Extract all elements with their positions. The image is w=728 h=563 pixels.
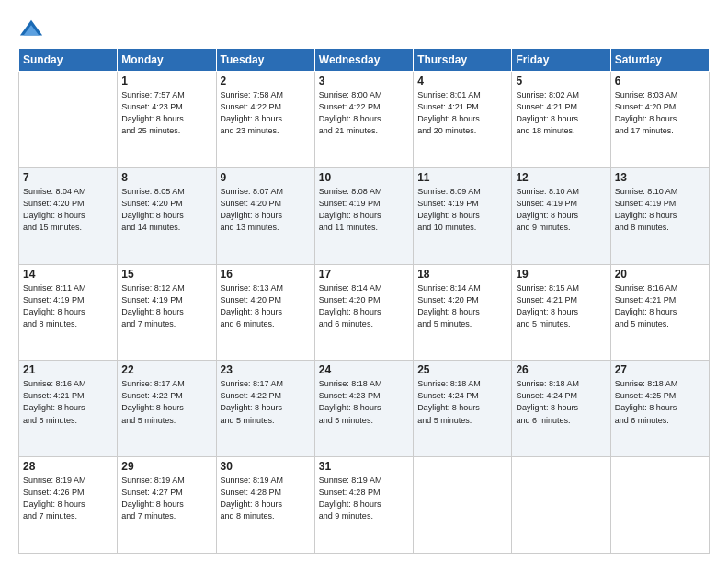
day-cell: 17Sunrise: 8:14 AMSunset: 4:20 PMDayligh… xyxy=(314,264,413,361)
day-number: 3 xyxy=(319,75,409,87)
day-number: 14 xyxy=(23,268,113,281)
day-cell: 5Sunrise: 8:02 AMSunset: 4:21 PMDaylight… xyxy=(512,72,610,168)
day-info: Sunrise: 8:17 AMSunset: 4:22 PMDaylight:… xyxy=(121,378,211,426)
day-info: Sunrise: 8:11 AMSunset: 4:19 PMDaylight:… xyxy=(23,282,113,330)
day-number: 1 xyxy=(121,75,211,87)
calendar-table: SundayMondayTuesdayWednesdayThursdayFrid… xyxy=(18,48,710,554)
day-number: 12 xyxy=(516,171,606,184)
day-cell: 27Sunrise: 8:18 AMSunset: 4:25 PMDayligh… xyxy=(610,361,709,457)
day-cell: 23Sunrise: 8:17 AMSunset: 4:22 PMDayligh… xyxy=(216,361,314,457)
day-cell: 15Sunrise: 8:12 AMSunset: 4:19 PMDayligh… xyxy=(118,264,216,361)
week-row-1: 1Sunrise: 7:57 AMSunset: 4:23 PMDaylight… xyxy=(19,72,710,168)
day-info: Sunrise: 8:18 AMSunset: 4:24 PMDaylight:… xyxy=(516,378,606,426)
day-number: 21 xyxy=(23,363,113,376)
weekday-thursday: Thursday xyxy=(414,49,512,72)
day-number: 28 xyxy=(23,460,113,473)
day-cell: 30Sunrise: 8:19 AMSunset: 4:28 PMDayligh… xyxy=(216,457,314,554)
day-number: 23 xyxy=(221,363,311,376)
day-number: 30 xyxy=(221,460,311,473)
day-number: 11 xyxy=(417,171,507,184)
day-info: Sunrise: 7:57 AMSunset: 4:23 PMDaylight:… xyxy=(121,89,211,137)
day-number: 19 xyxy=(516,268,606,281)
day-info: Sunrise: 8:19 AMSunset: 4:28 PMDaylight:… xyxy=(221,475,311,523)
day-number: 29 xyxy=(121,460,211,473)
week-row-3: 14Sunrise: 8:11 AMSunset: 4:19 PMDayligh… xyxy=(19,264,710,361)
day-cell: 6Sunrise: 8:03 AMSunset: 4:20 PMDaylight… xyxy=(610,72,709,168)
day-info: Sunrise: 8:16 AMSunset: 4:21 PMDaylight:… xyxy=(23,378,113,426)
day-cell: 9Sunrise: 8:07 AMSunset: 4:20 PMDaylight… xyxy=(216,167,314,264)
day-cell: 3Sunrise: 8:00 AMSunset: 4:22 PMDaylight… xyxy=(314,72,413,168)
day-number: 2 xyxy=(221,75,311,87)
day-cell: 8Sunrise: 8:05 AMSunset: 4:20 PMDaylight… xyxy=(118,167,216,264)
day-info: Sunrise: 8:19 AMSunset: 4:27 PMDaylight:… xyxy=(121,475,211,523)
day-number: 10 xyxy=(319,171,409,184)
day-cell xyxy=(610,457,709,554)
day-info: Sunrise: 8:03 AMSunset: 4:20 PMDaylight:… xyxy=(615,89,705,137)
week-row-5: 28Sunrise: 8:19 AMSunset: 4:26 PMDayligh… xyxy=(19,457,710,554)
day-cell: 28Sunrise: 8:19 AMSunset: 4:26 PMDayligh… xyxy=(19,457,118,554)
logo-icon xyxy=(18,17,44,42)
day-cell xyxy=(19,72,118,168)
day-info: Sunrise: 8:18 AMSunset: 4:25 PMDaylight:… xyxy=(615,378,705,426)
day-info: Sunrise: 8:18 AMSunset: 4:24 PMDaylight:… xyxy=(417,378,507,426)
day-info: Sunrise: 8:14 AMSunset: 4:20 PMDaylight:… xyxy=(417,282,507,330)
day-cell: 10Sunrise: 8:08 AMSunset: 4:19 PMDayligh… xyxy=(314,167,413,264)
weekday-wednesday: Wednesday xyxy=(314,49,413,72)
week-row-2: 7Sunrise: 8:04 AMSunset: 4:20 PMDaylight… xyxy=(19,167,710,264)
day-number: 7 xyxy=(23,171,113,184)
day-cell: 11Sunrise: 8:09 AMSunset: 4:19 PMDayligh… xyxy=(414,167,512,264)
day-cell: 24Sunrise: 8:18 AMSunset: 4:23 PMDayligh… xyxy=(314,361,413,457)
weekday-sunday: Sunday xyxy=(19,49,118,72)
day-info: Sunrise: 8:15 AMSunset: 4:21 PMDaylight:… xyxy=(516,282,606,330)
day-number: 6 xyxy=(615,75,705,87)
weekday-friday: Friday xyxy=(512,49,610,72)
day-number: 15 xyxy=(121,268,211,281)
day-number: 25 xyxy=(417,363,507,376)
weekday-saturday: Saturday xyxy=(610,49,709,72)
day-info: Sunrise: 8:17 AMSunset: 4:22 PMDaylight:… xyxy=(221,378,311,426)
weekday-tuesday: Tuesday xyxy=(216,49,314,72)
day-number: 27 xyxy=(615,363,705,376)
day-cell: 14Sunrise: 8:11 AMSunset: 4:19 PMDayligh… xyxy=(19,264,118,361)
day-info: Sunrise: 8:10 AMSunset: 4:19 PMDaylight:… xyxy=(516,186,606,234)
day-info: Sunrise: 8:09 AMSunset: 4:19 PMDaylight:… xyxy=(417,186,507,234)
day-number: 5 xyxy=(516,75,606,87)
day-cell: 21Sunrise: 8:16 AMSunset: 4:21 PMDayligh… xyxy=(19,361,118,457)
day-number: 16 xyxy=(221,268,311,281)
page-header xyxy=(18,17,710,42)
day-number: 9 xyxy=(221,171,311,184)
day-cell: 18Sunrise: 8:14 AMSunset: 4:20 PMDayligh… xyxy=(414,264,512,361)
day-info: Sunrise: 8:19 AMSunset: 4:28 PMDaylight:… xyxy=(319,475,409,523)
day-number: 26 xyxy=(516,363,606,376)
day-number: 20 xyxy=(615,268,705,281)
day-info: Sunrise: 8:07 AMSunset: 4:20 PMDaylight:… xyxy=(221,186,311,234)
weekday-header-row: SundayMondayTuesdayWednesdayThursdayFrid… xyxy=(19,49,710,72)
day-cell: 16Sunrise: 8:13 AMSunset: 4:20 PMDayligh… xyxy=(216,264,314,361)
day-number: 17 xyxy=(319,268,409,281)
day-info: Sunrise: 8:16 AMSunset: 4:21 PMDaylight:… xyxy=(615,282,705,330)
day-cell: 26Sunrise: 8:18 AMSunset: 4:24 PMDayligh… xyxy=(512,361,610,457)
day-cell: 1Sunrise: 7:57 AMSunset: 4:23 PMDaylight… xyxy=(118,72,216,168)
logo xyxy=(18,17,48,42)
day-info: Sunrise: 8:10 AMSunset: 4:19 PMDaylight:… xyxy=(615,186,705,234)
day-cell xyxy=(414,457,512,554)
day-cell: 4Sunrise: 8:01 AMSunset: 4:21 PMDaylight… xyxy=(414,72,512,168)
day-number: 18 xyxy=(417,268,507,281)
day-number: 4 xyxy=(417,75,507,87)
day-number: 24 xyxy=(319,363,409,376)
day-cell: 29Sunrise: 8:19 AMSunset: 4:27 PMDayligh… xyxy=(118,457,216,554)
day-info: Sunrise: 8:02 AMSunset: 4:21 PMDaylight:… xyxy=(516,89,606,137)
day-cell: 7Sunrise: 8:04 AMSunset: 4:20 PMDaylight… xyxy=(19,167,118,264)
day-number: 31 xyxy=(319,460,409,473)
day-number: 13 xyxy=(615,171,705,184)
day-info: Sunrise: 8:08 AMSunset: 4:19 PMDaylight:… xyxy=(319,186,409,234)
week-row-4: 21Sunrise: 8:16 AMSunset: 4:21 PMDayligh… xyxy=(19,361,710,457)
day-info: Sunrise: 8:13 AMSunset: 4:20 PMDaylight:… xyxy=(221,282,311,330)
day-info: Sunrise: 8:05 AMSunset: 4:20 PMDaylight:… xyxy=(121,186,211,234)
day-cell: 12Sunrise: 8:10 AMSunset: 4:19 PMDayligh… xyxy=(512,167,610,264)
day-number: 22 xyxy=(121,363,211,376)
day-cell xyxy=(512,457,610,554)
day-cell: 22Sunrise: 8:17 AMSunset: 4:22 PMDayligh… xyxy=(118,361,216,457)
day-info: Sunrise: 8:19 AMSunset: 4:26 PMDaylight:… xyxy=(23,475,113,523)
day-info: Sunrise: 8:00 AMSunset: 4:22 PMDaylight:… xyxy=(319,89,409,137)
